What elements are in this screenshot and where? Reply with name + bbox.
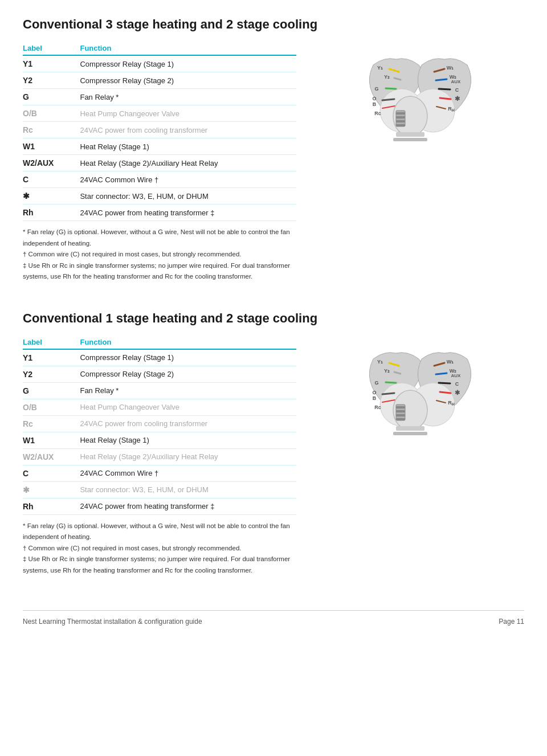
label-cell: O/B [23, 105, 80, 122]
label-cell: G [23, 382, 80, 399]
svg-text:C: C [455, 381, 459, 387]
svg-rect-58 [393, 432, 427, 435]
footnote-item: * Fan relay (G) is optional. However, wi… [23, 521, 296, 543]
function-cell: 24VAC Common Wire † [80, 465, 296, 481]
table-row: W2/AUXHeat Relay (Stage 2)/Auxiliary Hea… [23, 448, 296, 465]
label-cell: Rh [23, 205, 80, 221]
function-cell: Compressor Relay (Stage 2) [80, 72, 296, 89]
table-row: W1Heat Relay (Stage 1) [23, 432, 296, 448]
svg-text:B: B [373, 101, 377, 107]
function-cell: 24VAC power from heating transformer ‡ [80, 205, 296, 221]
section1-wiring-table: Label Function Y1Compressor Relay (Stage… [23, 42, 296, 221]
section2-footnotes: * Fan relay (G) is optional. However, wi… [23, 521, 296, 577]
footnote-item: ‡ Use Rh or Rc in single transformer sys… [23, 554, 296, 576]
label-cell: Y1 [23, 55, 80, 72]
label-cell: C [23, 465, 80, 481]
svg-rect-63 [396, 418, 405, 420]
svg-text:W₁: W₁ [447, 65, 454, 71]
svg-text:Y₁: Y₁ [377, 359, 383, 365]
label-cell: W1 [23, 138, 80, 155]
label-cell: G [23, 89, 80, 105]
svg-text:W₁: W₁ [447, 359, 454, 365]
svg-rect-30 [396, 120, 405, 122]
table-row: Y2Compressor Relay (Stage 2) [23, 72, 296, 89]
section2-wiring-table: Label Function Y1Compressor Relay (Stage… [23, 336, 296, 515]
label-cell: Y1 [23, 349, 80, 366]
label-cell: Rc [23, 122, 80, 138]
section2-title: Conventional 1 stage heating and 2 stage… [23, 311, 524, 326]
table-row: GFan Relay * [23, 382, 296, 399]
function-cell: Heat Relay (Stage 2)/Auxiliary Heat Rela… [80, 448, 296, 465]
svg-line-52 [436, 373, 447, 374]
svg-rect-26 [393, 138, 427, 141]
table-row: Rh24VAC power from heating transformer ‡ [23, 205, 296, 221]
svg-text:G: G [374, 86, 378, 92]
section1-title: Conventional 3 stage heating and 2 stage… [23, 17, 524, 32]
svg-text:✱: ✱ [455, 95, 460, 102]
label-cell: Rc [23, 415, 80, 432]
svg-rect-61 [396, 410, 405, 412]
label-cell: O/B [23, 399, 80, 415]
table-row: C24VAC Common Wire † [23, 465, 296, 481]
table-row: W1Heat Relay (Stage 1) [23, 138, 296, 155]
svg-line-41 [386, 382, 396, 383]
page-footer: Nest Learning Thermostat installation & … [23, 610, 524, 626]
section2-diagram: Y₁ Y₂ G O B Rc W₁ W₂ AUX [296, 336, 524, 467]
label-cell: ✱ [23, 481, 80, 498]
footnote-item: † Common wire (C) not required in most c… [23, 249, 296, 260]
section2: Conventional 1 stage heating and 2 stage… [23, 311, 524, 577]
section2-table-area: Label Function Y1Compressor Relay (Stage… [23, 336, 296, 577]
svg-text:✱: ✱ [455, 389, 460, 396]
svg-text:AUX: AUX [451, 79, 462, 84]
function-cell: 24VAC power from cooling transformer [80, 122, 296, 138]
label-cell: C [23, 171, 80, 188]
table-row: ✱Star connector: W3, E, HUM, or DHUM [23, 481, 296, 498]
thermostat-diagram-1: Y₁ Y₂ G O B Rc [345, 48, 476, 173]
svg-text:C: C [455, 87, 459, 93]
svg-line-54 [440, 392, 451, 393]
svg-text:Rc: Rc [374, 404, 381, 410]
function-cell: Fan Relay * [80, 89, 296, 105]
svg-line-20 [436, 79, 447, 80]
footnote-item: * Fan relay (G) is optional. However, wi… [23, 227, 296, 249]
svg-rect-60 [396, 406, 405, 408]
table-row: Y1Compressor Relay (Stage 1) [23, 55, 296, 72]
table-row: Rh24VAC power from heating transformer ‡ [23, 498, 296, 514]
label-cell: W1 [23, 432, 80, 448]
label-cell: W2/AUX [23, 155, 80, 171]
table-row: Y2Compressor Relay (Stage 2) [23, 366, 296, 382]
footnote-item: ‡ Use Rh or Rc in single transformer sys… [23, 260, 296, 283]
section1-diagram: Y₁ Y₂ G O B Rc [296, 42, 524, 173]
svg-text:G: G [374, 380, 378, 386]
svg-text:O: O [372, 390, 376, 395]
label-cell: Y2 [23, 366, 80, 382]
section1: Conventional 3 stage heating and 2 stage… [23, 17, 524, 283]
svg-line-10 [382, 99, 394, 100]
function-cell: Fan Relay * [80, 382, 296, 399]
function-cell: Compressor Relay (Stage 2) [80, 366, 296, 382]
table-row: O/BHeat Pump Changeover Valve [23, 105, 296, 122]
section1-table-area: Label Function Y1Compressor Relay (Stage… [23, 42, 296, 283]
function-cell: Star connector: W3, E, HUM, or DHUM [80, 481, 296, 498]
table-row: W2/AUXHeat Relay (Stage 2)/Auxiliary Hea… [23, 155, 296, 171]
function-cell: Heat Relay (Stage 1) [80, 138, 296, 155]
section2-function-header: Function [80, 336, 296, 349]
svg-line-53 [439, 383, 450, 383]
function-cell: 24VAC power from heating transformer ‡ [80, 498, 296, 514]
svg-text:Y₂: Y₂ [384, 74, 390, 80]
svg-text:Y₁: Y₁ [377, 65, 383, 71]
table-row: Rc24VAC power from cooling transformer [23, 122, 296, 138]
svg-rect-57 [396, 426, 424, 431]
svg-rect-25 [396, 132, 424, 137]
svg-text:Y₂: Y₂ [384, 368, 390, 374]
function-cell: Compressor Relay (Stage 1) [80, 349, 296, 366]
footer-left: Nest Learning Thermostat installation & … [23, 618, 202, 626]
label-cell: Rh [23, 498, 80, 514]
table-row: O/BHeat Pump Changeover Valve [23, 399, 296, 415]
function-cell: Heat Relay (Stage 2)/Auxiliary Heat Rela… [80, 155, 296, 171]
section1-footnotes: * Fan relay (G) is optional. However, wi… [23, 227, 296, 283]
function-cell: Heat Pump Changeover Valve [80, 399, 296, 415]
svg-text:B: B [373, 395, 377, 401]
label-cell: ✱ [23, 188, 80, 205]
svg-text:Rc: Rc [374, 111, 381, 116]
